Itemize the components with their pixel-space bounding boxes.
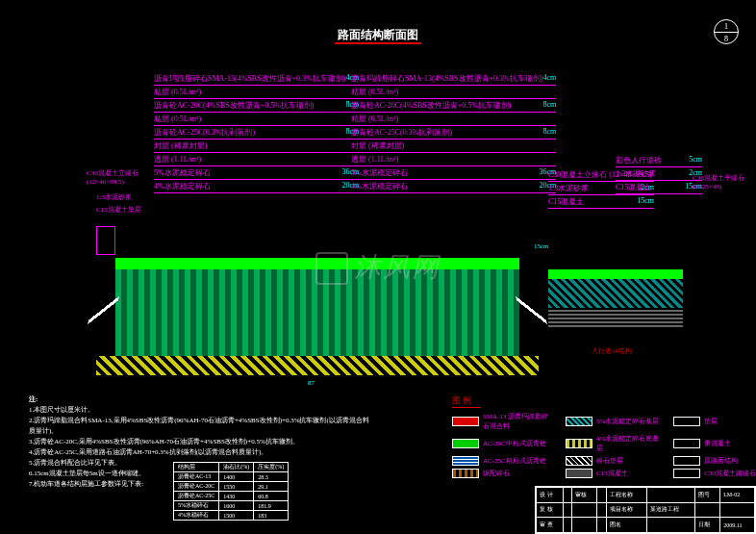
legend-item: 原路面结构 <box>673 456 756 466</box>
legend-item: AC-20C中粒式沥青砼 <box>452 434 552 453</box>
layer-spec-left: 沥青玛蹄脂碎石SMA-13(4%SBS改性沥青+0.3%抗车辙剂)4cm 粘层 … <box>154 72 359 193</box>
legend-label: C30混凝土路缘石 <box>704 469 756 478</box>
td: 5%水稳碎石 <box>174 501 219 511</box>
spec-val: 8cm <box>542 100 556 111</box>
td: 28.3 <box>254 472 289 482</box>
spec-label: 透层 (1.1L/m²) <box>351 154 398 165</box>
tb-cell: 2009.11 <box>720 518 755 533</box>
td: 183 <box>254 511 289 521</box>
th: 结构层 <box>174 463 219 472</box>
th: 压实度(%) <box>254 463 289 472</box>
layer-spec-right: 沥青玛蹄脂碎石SMA-13(4%SBS改性沥青+0.3%抗车辙剂)4cm 粘层 … <box>351 72 556 193</box>
legend-swatch <box>452 469 479 478</box>
tb-cell <box>646 518 694 533</box>
legend-label: 垫层 <box>704 417 718 426</box>
td: 29.1 <box>254 482 289 492</box>
spec-label: 粘层 (0.5L/m²) <box>351 114 398 124</box>
sidewalk-top <box>548 269 683 279</box>
sidewalk-section <box>548 269 683 337</box>
tb-cell: 工程名称 <box>606 488 646 503</box>
sidewalk-caption: 人行道1#结构 <box>592 346 632 356</box>
sheet-ref-top: 1 <box>715 20 738 33</box>
curb-shape <box>96 226 115 255</box>
tb-cell <box>597 518 607 533</box>
param-table: 结构层油石比(%)压实度(%) 沥青砼AC-13140028.3 沥青砼AC-2… <box>173 462 289 521</box>
legend-swatch <box>673 417 700 426</box>
legend-label: 碎石垫层 <box>596 456 623 466</box>
td: 1400 <box>219 472 254 482</box>
td: 181.9 <box>254 501 289 511</box>
spec-label: 沥青砼AC-20C(4%SBS改性沥青+0.5%抗车辙剂) <box>154 100 315 111</box>
sheet-reference-bubble: 1 8 <box>714 19 739 44</box>
spec-label: 4%水泥稳定碎石 <box>351 181 408 191</box>
spec-label: 彩色人行道砖 <box>616 155 662 165</box>
legend-item: 碎石垫层 <box>566 456 660 466</box>
tb-cell: 审核 <box>572 488 597 503</box>
pavement-subbase <box>96 356 539 375</box>
spec-label: C15混凝土 <box>616 182 651 192</box>
spec-label: C15混凝土 <box>548 196 584 207</box>
td: 1430 <box>219 492 254 501</box>
legend-item: 5%水泥稳定碎石基层 <box>566 412 660 431</box>
legend-item: 级配碎石 <box>452 469 552 478</box>
tb-cell: 日期 <box>695 518 720 533</box>
curb-sub1: 1:3水泥砂浆 <box>96 192 132 202</box>
legend-label: 4%水泥稳定碎石底基层 <box>596 434 660 453</box>
spec-label: 5%水泥稳定碎石 <box>154 167 211 178</box>
spec-label: 沥青砼AC-20C(4%SBS改性沥青+0.5%抗车辙剂) <box>351 100 512 111</box>
td: 沥青砼AC-25C <box>174 492 219 501</box>
legend-swatch <box>566 469 592 478</box>
legend-item: C30混凝土路缘石 <box>673 469 756 478</box>
legend-swatch <box>566 456 592 466</box>
tb-cell: 图号 <box>695 488 720 503</box>
tb-cell <box>720 502 755 518</box>
spec-val: 4cm <box>542 73 556 84</box>
spec-label: 4%水泥稳定碎石 <box>154 181 211 191</box>
tb-cell: 设 计 <box>537 488 564 503</box>
tb-cell <box>563 488 572 503</box>
spec-label: 沥青砼AC-25C(0.3%抗剥落剂) <box>154 127 255 138</box>
legend-label: 原路面结构 <box>704 456 738 466</box>
legend-item: SMA-13 沥青玛蹄脂碎石混合料 <box>452 412 552 431</box>
title-block: 设 计 审核 工程名称 图号LM-02 复 核 项目名称某道路工程 审 查 图名… <box>535 486 756 534</box>
tb-cell <box>563 518 572 533</box>
note-item: 3.沥青砼AC-20C,采用4%SBS改性沥青(96%AH-70石油沥青+4%S… <box>29 437 375 447</box>
tb-cell <box>572 518 597 533</box>
td: 沥青砼AC-13 <box>174 472 219 482</box>
curb-sub2: C15混凝土垫层 <box>96 205 141 215</box>
legend-label: SMA-13 沥青玛蹄脂碎石混合料 <box>483 412 552 431</box>
spec-val: 15cm <box>637 196 654 207</box>
dim-depth: 15cm <box>534 242 549 250</box>
tb-cell <box>597 488 607 503</box>
spec-label: 5%水泥稳定碎石 <box>351 167 408 178</box>
legend-block: 图 例 SMA-13 沥青玛蹄脂碎石混合料5%水泥稳定碎石基层垫层AC-20C中… <box>452 394 756 478</box>
legend-item: AC-25C粗粒式沥青砼 <box>452 456 552 466</box>
sidewalk-base <box>548 308 683 327</box>
flat-curb-title: C30混凝土平缘石 (8×25×49) <box>693 173 750 191</box>
td: 1500 <box>219 511 254 521</box>
tb-cell: 项目名称 <box>606 502 646 518</box>
sidewalk-mid <box>548 279 683 308</box>
notes-header: 注: <box>29 394 375 405</box>
sheet-ref-bottom: 8 <box>715 33 738 45</box>
spec-val: 5cm <box>689 155 702 165</box>
tb-cell <box>695 502 720 518</box>
spec-label: 1:3水泥砂浆 <box>616 168 656 179</box>
spec-label: 透层 (1.1L/m²) <box>154 154 201 165</box>
sidewalk-spec: 彩色人行道砖5cm 1:3水泥砂浆2cm C15混凝土15cm <box>616 154 702 194</box>
legend-swatch <box>673 456 700 466</box>
tb-cell <box>646 488 694 503</box>
legend-label: 5%水泥稳定碎石基层 <box>596 417 659 426</box>
legend-header: 图 例 <box>452 394 481 408</box>
spec-label: 粘层 (0.5L/m²) <box>351 87 398 97</box>
legend-swatch <box>452 417 479 426</box>
spec-label: 沥青玛蹄脂碎石SMA-13(4%SBS改性沥青+0.3%抗车辙剂) <box>351 73 542 84</box>
tb-cell: 某道路工程 <box>646 502 694 518</box>
legend-item: 4%水泥稳定碎石底基层 <box>566 434 660 453</box>
pavement-base-layers <box>115 269 519 356</box>
note-item: 4.沥青砼AC-25C,采用道路石油沥青AH-70+0.3%抗剥落剂(以沥青混合… <box>29 447 375 458</box>
tb-cell: LM-02 <box>720 488 755 503</box>
legend-swatch <box>673 469 700 478</box>
spec-label: 沥青玛蹄脂碎石SMA-13(4%SBS改性沥青+0.3%抗车辙剂) <box>154 73 345 84</box>
legend-swatch <box>452 439 479 448</box>
